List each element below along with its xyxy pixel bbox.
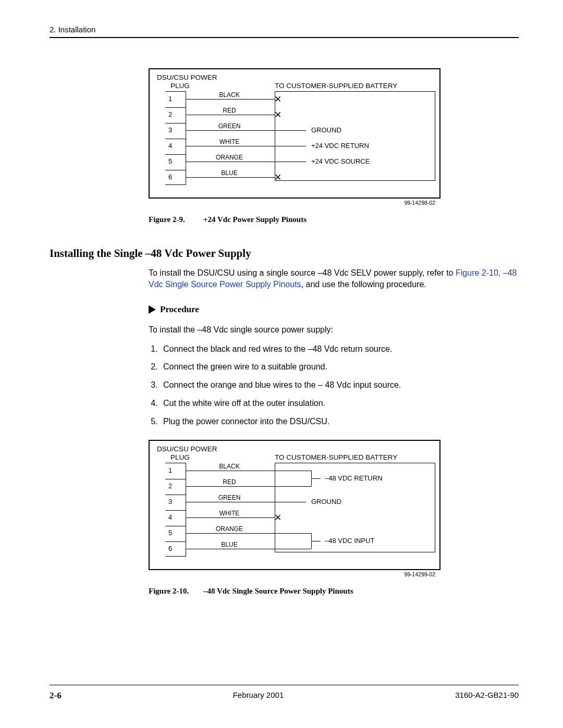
- drawing-number: 99-14298-02: [404, 200, 435, 206]
- wire-red: RED: [211, 478, 248, 486]
- wire-black: BLACK: [211, 91, 248, 98]
- drawing-number: 99-14299-02: [404, 571, 435, 577]
- x-icon: ✕: [274, 110, 282, 119]
- step-1: Connect the black and red wires to the –…: [160, 343, 519, 355]
- pin-6: 6: [168, 173, 172, 181]
- figure-2-10-diagram: DSU/CSU POWER PLUG TO CUSTOMER-SUPPLIED …: [149, 440, 440, 570]
- procedure-steps: To install the –48 Vdc single source pow…: [149, 324, 519, 427]
- x-icon: ✕: [274, 513, 282, 522]
- pin-1: 1: [168, 95, 172, 103]
- page-number: 2-6: [50, 690, 62, 701]
- step-5: Plug the power connector into the DSU/CS…: [160, 416, 519, 428]
- plug-title-2: PLUG: [170, 82, 190, 90]
- wire-white: WHITE: [211, 138, 248, 145]
- header-rule: [50, 37, 519, 38]
- x-icon: ✕: [274, 172, 282, 181]
- pin-5: 5: [168, 157, 172, 165]
- plug-title-2: PLUG: [170, 453, 190, 461]
- pin-5: 5: [168, 529, 172, 537]
- step-3: Connect the orange and blue wires to the…: [160, 379, 519, 391]
- wire-green: GREEN: [211, 122, 248, 130]
- section-title: Installing the Single –48 Vdc Power Supp…: [50, 247, 519, 260]
- dest-ground: GROUND: [311, 498, 341, 505]
- pin-2: 2: [168, 110, 172, 118]
- wire-black: BLACK: [211, 463, 248, 470]
- pin-6: 6: [168, 545, 172, 552]
- wire-blue: BLUE: [211, 169, 248, 177]
- procedure-heading: Procedure: [149, 304, 519, 315]
- dest-source: +24 VDC SOURCE: [311, 157, 370, 165]
- pin-4: 4: [168, 142, 172, 150]
- dest-return: +24 VDC RETURN: [311, 142, 369, 150]
- wire-white: WHITE: [211, 510, 248, 517]
- wire-green: GREEN: [211, 494, 248, 501]
- pin-3: 3: [168, 498, 172, 505]
- step-4: Cut the white wire off at the outer insu…: [160, 398, 519, 410]
- plug-title-1: DSU/CSU POWER: [157, 445, 217, 453]
- pin-3: 3: [168, 126, 172, 134]
- pin-1: 1: [168, 466, 172, 474]
- dest-input: –48 VDC INPUT: [325, 537, 374, 545]
- figure-2-9-diagram: DSU/CSU POWER PLUG TO CUSTOMER-SUPPLIED …: [149, 68, 440, 199]
- plug-box: 1 2 3 4 5 6: [165, 91, 186, 185]
- step-2: Connect the green wire to a suitable gro…: [160, 361, 519, 373]
- footer-date: February 2001: [233, 690, 284, 701]
- wire-orange: ORANGE: [211, 154, 248, 161]
- section-intro: To install the DSU/CSU using a single so…: [149, 267, 519, 291]
- header-section: 2. Installation: [50, 25, 519, 34]
- wire-blue: BLUE: [211, 541, 248, 548]
- wire-orange: ORANGE: [211, 525, 248, 533]
- plug-title-1: DSU/CSU POWER: [157, 73, 217, 81]
- battery-title: TO CUSTOMER-SUPPLIED BATTERY: [275, 82, 397, 90]
- dest-ground: GROUND: [311, 126, 341, 134]
- plug-box: 1 2 3 4 5 6: [165, 463, 186, 557]
- page: 2. Installation DSU/CSU POWER PLUG TO CU…: [0, 0, 563, 728]
- x-icon: ✕: [274, 94, 282, 103]
- battery-box: [275, 91, 435, 181]
- page-footer: 2-6 February 2001 3160-A2-GB21-90: [50, 685, 519, 701]
- dest-return: –48 VDC RETURN: [325, 474, 383, 482]
- triangle-icon: [149, 305, 156, 314]
- figure-2-9-caption: Figure 2-9.+24 Vdc Power Supply Pinouts: [149, 215, 519, 224]
- wire-red: RED: [211, 107, 248, 114]
- pin-2: 2: [168, 482, 172, 490]
- figure-2-10-caption: Figure 2-10.–48 Vdc Single Source Power …: [149, 587, 519, 596]
- battery-title: TO CUSTOMER-SUPPLIED BATTERY: [275, 453, 397, 461]
- pin-4: 4: [168, 513, 172, 521]
- footer-doc: 3160-A2-GB21-90: [455, 690, 519, 701]
